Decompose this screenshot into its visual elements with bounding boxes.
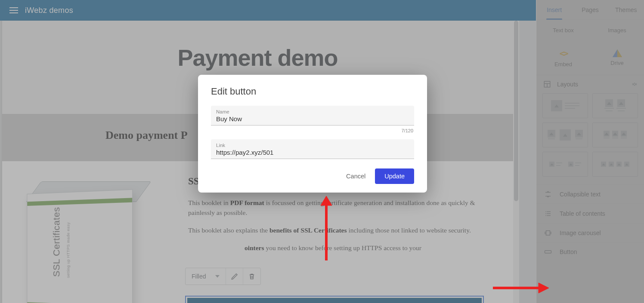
update-button[interactable]: Update [375,168,414,184]
annotation-arrow-right [493,282,549,294]
link-value[interactable]: https://pay2.xyz/501 [216,149,409,156]
link-field[interactable]: Link https://pay2.xyz/501 [211,139,414,159]
name-value[interactable]: Buy Now [216,115,409,122]
svg-marker-4 [321,196,332,205]
cancel-button[interactable]: Cancel [346,173,365,180]
dialog-title: Edit button [211,86,414,97]
annotation-arrow-up [320,196,333,260]
edit-button-dialog: Edit button Name Buy Now 7/120 Link http… [198,75,427,193]
svg-marker-6 [539,283,549,293]
name-label: Name [216,109,409,114]
name-field[interactable]: Name Buy Now [211,106,414,125]
name-counter: 7/120 [211,128,413,133]
link-label: Link [216,143,409,148]
